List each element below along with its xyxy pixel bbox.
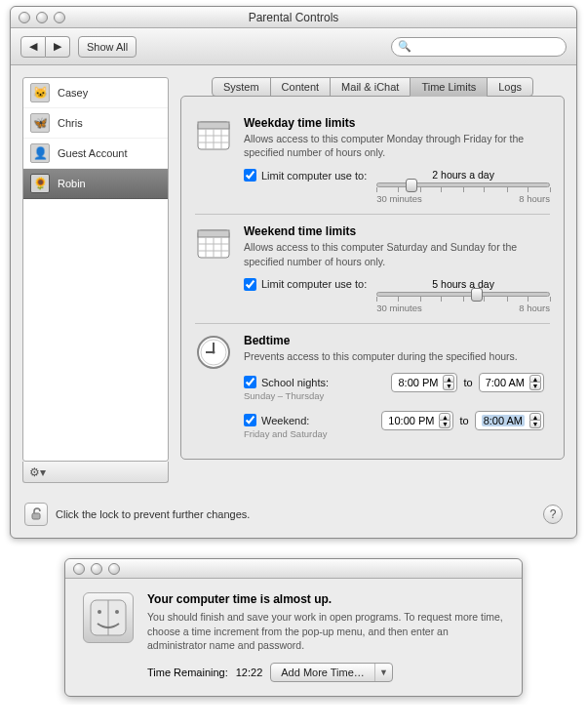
stepper-up-icon[interactable]: ▲ — [529, 375, 541, 383]
svg-point-18 — [213, 350, 215, 353]
weekend-nights-checkbox[interactable]: Weekend: — [244, 414, 375, 426]
user-sidebar: 🐱 Casey 🦋 Chris 👤 Guest Account 🌻 Robin … — [22, 77, 169, 483]
weekend-title: Weekend time limits — [244, 224, 550, 238]
time-remaining-label: Time Remaining: — [147, 667, 228, 678]
dialog-titlebar — [65, 559, 522, 579]
weekend-desc: Allows access to this computer Saturday … — [244, 240, 550, 267]
weekend-nights-input[interactable] — [244, 414, 256, 426]
zoom-icon[interactable] — [108, 563, 120, 575]
gear-icon: ⚙︎▾ — [29, 465, 46, 479]
user-avatar-icon: 🌻 — [30, 174, 50, 193]
weekend-section: Weekend time limits Allows access to thi… — [195, 217, 550, 320]
user-avatar-icon: 🦋 — [30, 113, 50, 133]
chevron-down-icon: ▼ — [374, 664, 392, 681]
tab-content[interactable]: Content — [270, 77, 332, 97]
stepper-up-icon[interactable]: ▲ — [439, 413, 450, 421]
close-icon[interactable] — [73, 563, 85, 575]
user-avatar-icon: 🐱 — [30, 83, 50, 102]
time-warning-dialog: Your computer time is almost up. You sho… — [64, 558, 523, 697]
svg-rect-19 — [32, 513, 40, 519]
add-more-time-button[interactable]: Add More Time… ▼ — [270, 663, 393, 682]
user-item-chris[interactable]: 🦋 Chris — [23, 108, 168, 139]
weekday-title: Weekday time limits — [244, 116, 550, 130]
weekday-min-label: 30 minutes — [376, 193, 421, 204]
dialog-desc: You should finish and save your work in … — [147, 610, 504, 653]
unlock-icon — [29, 507, 43, 521]
school-nights-checkbox[interactable]: School nights: — [244, 376, 385, 388]
calendar-icon — [195, 224, 232, 262]
back-button[interactable]: ◀ — [20, 36, 46, 58]
user-item-robin[interactable]: 🌻 Robin — [23, 169, 168, 199]
add-more-time-label: Add More Time… — [281, 667, 365, 678]
school-nights-input[interactable] — [244, 376, 256, 388]
svg-point-21 — [98, 610, 101, 614]
weekend-to-time[interactable]: 8:00 AM ▲▼ — [475, 411, 544, 430]
tab-mail-ichat[interactable]: Mail & iChat — [330, 77, 411, 97]
tab-system[interactable]: System — [212, 77, 271, 97]
lock-button[interactable] — [24, 503, 48, 526]
calendar-icon — [195, 116, 232, 153]
clock-icon — [195, 334, 232, 371]
bedtime-section: Bedtime Prevents access to this computer… — [195, 326, 550, 447]
stepper-down-icon[interactable]: ▼ — [529, 421, 541, 428]
zoom-icon[interactable] — [54, 12, 65, 23]
user-name: Casey — [58, 87, 88, 99]
time-remaining-value: 12:22 — [236, 667, 263, 678]
window-footer: Click the lock to prevent further change… — [11, 495, 576, 538]
tab-logs[interactable]: Logs — [487, 77, 533, 97]
to-label: to — [463, 377, 472, 388]
forward-button[interactable]: ▶ — [46, 36, 70, 58]
parental-controls-window: Parental Controls ◀ ▶ Show All 🔍 🐱 Casey… — [10, 6, 577, 539]
weekend-max-label: 8 hours — [519, 303, 550, 313]
help-button[interactable]: ? — [543, 505, 563, 524]
weekend-limit-label: Limit computer use to: — [261, 278, 367, 290]
bedtime-title: Bedtime — [244, 334, 550, 347]
user-name: Robin — [58, 178, 86, 189]
stepper-up-icon[interactable]: ▲ — [443, 375, 454, 383]
user-item-guest[interactable]: 👤 Guest Account — [23, 139, 168, 169]
weekend-limit-input[interactable] — [244, 278, 256, 291]
user-item-casey[interactable]: 🐱 Casey — [23, 78, 168, 108]
user-name: Guest Account — [58, 147, 128, 159]
weekend-value: 5 hours a day — [376, 278, 550, 290]
finder-icon — [83, 592, 134, 643]
school-from-time[interactable]: 8:00 PM ▲▼ — [391, 373, 457, 392]
titlebar: Parental Controls — [11, 7, 576, 28]
window-title: Parental Controls — [11, 11, 576, 24]
svg-rect-1 — [198, 122, 229, 129]
settings-panel: System Content Mail & iChat Time Limits … — [180, 77, 565, 483]
minimize-icon[interactable] — [36, 12, 48, 23]
stepper-down-icon[interactable]: ▼ — [529, 383, 541, 390]
weekday-desc: Allows access to this computer Monday th… — [244, 132, 550, 159]
show-all-button[interactable]: Show All — [78, 36, 137, 58]
tab-bar: System Content Mail & iChat Time Limits … — [180, 77, 565, 97]
weekend-limit-checkbox[interactable]: Limit computer use to: — [244, 278, 367, 291]
user-actions-menu[interactable]: ⚙︎▾ — [22, 462, 169, 483]
weekday-limit-checkbox[interactable]: Limit computer use to: — [244, 169, 367, 182]
weekday-limit-input[interactable] — [244, 169, 256, 182]
weekday-max-label: 8 hours — [519, 193, 550, 204]
toolbar: ◀ ▶ Show All 🔍 — [11, 28, 576, 65]
user-list: 🐱 Casey 🦋 Chris 👤 Guest Account 🌻 Robin — [22, 77, 169, 462]
weekend-from-time[interactable]: 10:00 PM ▲▼ — [381, 411, 453, 430]
stepper-down-icon[interactable]: ▼ — [443, 383, 454, 390]
tab-time-limits[interactable]: Time Limits — [410, 77, 488, 97]
weekday-section: Weekday time limits Allows access to thi… — [195, 108, 550, 212]
weekend-sublabel: Friday and Saturday — [244, 428, 375, 439]
weekday-value: 2 hours a day — [376, 169, 550, 181]
minimize-icon[interactable] — [91, 563, 102, 575]
search-input[interactable] — [415, 40, 560, 54]
user-name: Chris — [58, 117, 83, 129]
svg-point-22 — [115, 610, 119, 614]
bedtime-desc: Prevents access to this computer during … — [244, 349, 550, 363]
dialog-title: Your computer time is almost up. — [147, 592, 504, 606]
user-avatar-icon: 👤 — [30, 143, 50, 163]
stepper-down-icon[interactable]: ▼ — [439, 421, 450, 428]
school-sublabel: Sunday – Thursday — [244, 390, 385, 401]
stepper-up-icon[interactable]: ▲ — [529, 413, 541, 421]
close-icon[interactable] — [19, 12, 30, 23]
weekend-nights-label: Weekend: — [261, 415, 309, 426]
search-field[interactable]: 🔍 — [391, 37, 567, 57]
school-to-time[interactable]: 7:00 AM ▲▼ — [479, 373, 544, 392]
weekday-limit-label: Limit computer use to: — [261, 170, 367, 182]
